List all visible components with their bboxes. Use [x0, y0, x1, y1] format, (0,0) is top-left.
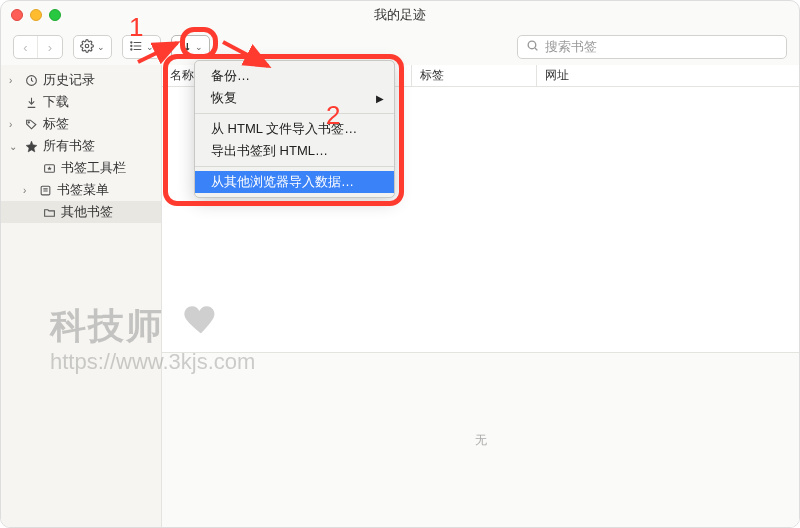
svg-point-6 [131, 48, 132, 49]
sidebar-item-label: 历史记录 [43, 72, 95, 89]
views-button[interactable]: ⌄ [122, 35, 161, 59]
maximize-window-button[interactable] [49, 9, 61, 21]
menu-item-export-html[interactable]: 导出书签到 HTML… [195, 140, 394, 162]
svg-point-10 [28, 121, 29, 122]
star-icon [23, 140, 39, 153]
bookmarks-menu-icon [37, 184, 53, 197]
detail-pane: 无 [162, 352, 799, 527]
sidebar-item-label: 书签工具栏 [61, 160, 126, 177]
sidebar-item-downloads[interactable]: 下载 [1, 91, 161, 113]
sidebar: › 历史记录 下载 › 标签 ⌄ [1, 65, 162, 527]
content: › 历史记录 下载 › 标签 ⌄ [1, 65, 799, 527]
submenu-arrow-icon: ▶ [376, 93, 384, 104]
menu-separator [195, 166, 394, 167]
download-icon [23, 96, 39, 109]
traffic-lights [11, 9, 61, 21]
search-box[interactable] [517, 35, 787, 59]
svg-point-4 [131, 41, 132, 42]
back-button[interactable]: ‹ [14, 36, 38, 58]
gear-icon [80, 39, 94, 56]
sidebar-item-tags[interactable]: › 标签 [1, 113, 161, 135]
sidebar-item-label: 书签菜单 [57, 182, 109, 199]
sidebar-item-label: 所有书签 [43, 138, 95, 155]
menu-separator [195, 113, 394, 114]
sort-arrows-icon [178, 39, 192, 56]
menu-item-restore[interactable]: 恢复 ▶ [195, 87, 394, 109]
disclosure-icon: › [23, 185, 33, 196]
clock-icon [23, 74, 39, 87]
disclosure-icon: › [9, 75, 19, 86]
sidebar-item-other-bookmarks[interactable]: 其他书签 [1, 201, 161, 223]
nav-buttons: ‹ › [13, 35, 63, 59]
window-title: 我的足迹 [374, 7, 426, 24]
import-export-button[interactable]: ⌄ [171, 35, 210, 59]
search-input[interactable] [545, 40, 778, 54]
sidebar-item-label: 其他书签 [61, 204, 113, 221]
menu-item-import-browser[interactable]: 从其他浏览器导入数据… [195, 171, 394, 193]
svg-point-5 [131, 45, 132, 46]
folder-icon [41, 206, 57, 219]
empty-label: 无 [475, 432, 487, 449]
toolbar: ‹ › ⌄ ⌄ ⌄ [1, 29, 799, 65]
sidebar-item-all-bookmarks[interactable]: ⌄ 所有书签 [1, 135, 161, 157]
svg-point-0 [85, 44, 89, 48]
sidebar-item-label: 下载 [43, 94, 69, 111]
chevron-down-icon: ⌄ [195, 42, 203, 52]
column-header-tag[interactable]: 标签 [412, 65, 537, 86]
sidebar-item-history[interactable]: › 历史记录 [1, 69, 161, 91]
organize-button[interactable]: ⌄ [73, 35, 112, 59]
forward-button[interactable]: › [38, 36, 62, 58]
sidebar-item-bookmarks-menu[interactable]: › 书签菜单 [1, 179, 161, 201]
svg-line-8 [535, 48, 537, 50]
chevron-down-icon: ⌄ [146, 42, 154, 52]
minimize-window-button[interactable] [30, 9, 42, 21]
sidebar-item-toolbar-bookmarks[interactable]: 书签工具栏 [1, 157, 161, 179]
sidebar-item-label: 标签 [43, 116, 69, 133]
svg-point-7 [528, 41, 536, 49]
search-icon [526, 39, 539, 55]
chevron-down-icon: ⌄ [97, 42, 105, 52]
menu-item-backup[interactable]: 备份… [195, 65, 394, 87]
import-export-menu: 备份… 恢复 ▶ 从 HTML 文件导入书签… 导出书签到 HTML… 从其他浏… [194, 60, 395, 198]
list-icon [129, 39, 143, 56]
column-header-url[interactable]: 网址 [537, 65, 799, 86]
disclosure-icon: ⌄ [9, 141, 19, 152]
titlebar: 我的足迹 [1, 1, 799, 29]
disclosure-icon: › [9, 119, 19, 130]
close-window-button[interactable] [11, 9, 23, 21]
tag-icon [23, 118, 39, 131]
bookmark-toolbar-icon [41, 162, 57, 175]
menu-item-import-html[interactable]: 从 HTML 文件导入书签… [195, 118, 394, 140]
